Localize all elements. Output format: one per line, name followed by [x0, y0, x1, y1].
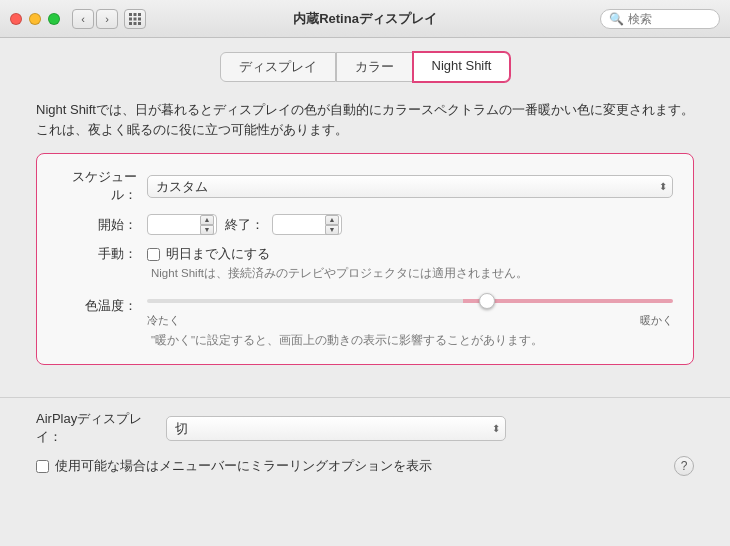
svg-rect-7 — [134, 22, 137, 25]
airplay-row: AirPlayディスプレイ： 切 入 ⬍ — [0, 410, 730, 456]
window-title: 内蔵Retinaディスプレイ — [293, 10, 437, 28]
manual-row: 手動： 明日まで入にする — [57, 245, 673, 263]
slider-container — [147, 291, 673, 311]
search-icon: 🔍 — [609, 12, 624, 26]
grid-button[interactable] — [124, 9, 146, 29]
airplay-select[interactable]: 切 入 — [166, 416, 506, 441]
end-time-input[interactable]: 7:00 — [279, 217, 321, 232]
titlebar: ‹ › 内蔵Retinaディスプレイ 🔍 — [0, 0, 730, 38]
svg-rect-0 — [129, 13, 132, 16]
schedule-select[interactable]: オフ 日の出から日の入りまで カスタム — [147, 175, 673, 198]
end-label: 終了： — [225, 216, 264, 234]
schedule-label: スケジュール： — [57, 168, 147, 204]
schedule-select-wrap: オフ 日の出から日の入りまで カスタム ⬍ — [147, 175, 673, 198]
nav-buttons: ‹ › — [72, 9, 118, 29]
start-time-stepper: ▲ ▼ — [200, 215, 214, 235]
airplay-label: AirPlayディスプレイ： — [36, 410, 166, 446]
start-time-down[interactable]: ▼ — [200, 225, 214, 235]
start-time-up[interactable]: ▲ — [200, 215, 214, 225]
tab-display[interactable]: ディスプレイ — [220, 52, 336, 82]
manual-label: 手動： — [57, 245, 147, 263]
slider-min-label: 冷たく — [147, 313, 180, 328]
manual-note: Night Shiftは、接続済みのテレビやプロジェクタには適用されません。 — [151, 265, 673, 281]
close-button[interactable] — [10, 13, 22, 25]
minimize-button[interactable] — [29, 13, 41, 25]
slider-note: "暖かく"に設定すると、画面上の動きの表示に影響することがあります。 — [151, 332, 673, 348]
svg-rect-3 — [129, 17, 132, 20]
tab-color[interactable]: カラー — [336, 52, 413, 82]
schedule-row: スケジュール： オフ 日の出から日の入りまで カスタム ⬍ — [57, 168, 673, 204]
tab-nightshift[interactable]: Night Shift — [413, 52, 511, 82]
mirror-checkbox[interactable] — [36, 460, 49, 473]
end-time-down[interactable]: ▼ — [325, 225, 339, 235]
description-text: Night Shiftでは、日が暮れるとディスプレイの色が自動的にカラースペクト… — [36, 100, 694, 139]
slider-max-label: 暖かく — [640, 313, 673, 328]
svg-rect-1 — [134, 13, 137, 16]
svg-rect-6 — [129, 22, 132, 25]
time-row: 開始： 22:00 ▲ ▼ 終了： 7:00 ▲ ▼ — [57, 214, 673, 235]
svg-rect-8 — [138, 22, 141, 25]
tab-bar: ディスプレイ カラー Night Shift — [0, 38, 730, 92]
time-fields: 22:00 ▲ ▼ 終了： 7:00 ▲ ▼ — [147, 214, 342, 235]
back-button[interactable]: ‹ — [72, 9, 94, 29]
svg-rect-5 — [138, 17, 141, 20]
slider-wrap: 冷たく 暖かく — [147, 291, 673, 328]
main-content: Night Shiftでは、日が暮れるとディスプレイの色が自動的にカラースペクト… — [0, 92, 730, 397]
traffic-lights — [10, 13, 60, 25]
start-time-input[interactable]: 22:00 — [154, 217, 196, 232]
forward-button[interactable]: › — [96, 9, 118, 29]
search-input[interactable] — [628, 12, 718, 26]
slider-labels: 冷たく 暖かく — [147, 313, 673, 328]
svg-rect-4 — [134, 17, 137, 20]
manual-checkbox-label: 明日まで入にする — [166, 245, 270, 263]
temp-slider[interactable] — [147, 299, 673, 303]
bottom-checkbox-wrap: 使用可能な場合はメニューバーにミラーリングオプションを表示 — [36, 457, 432, 475]
bottom-area: 使用可能な場合はメニューバーにミラーリングオプションを表示 ? — [0, 456, 730, 476]
temp-label: 色温度： — [57, 291, 147, 315]
svg-rect-2 — [138, 13, 141, 16]
start-time-wrap: 22:00 ▲ ▼ — [147, 214, 217, 235]
manual-checkbox[interactable] — [147, 248, 160, 261]
end-time-up[interactable]: ▲ — [325, 215, 339, 225]
settings-panel: スケジュール： オフ 日の出から日の入りまで カスタム ⬍ 開始： 22:00 … — [36, 153, 694, 365]
airplay-select-wrap: 切 入 ⬍ — [166, 416, 506, 441]
manual-checkbox-row: 明日まで入にする — [147, 245, 270, 263]
maximize-button[interactable] — [48, 13, 60, 25]
mirror-label: 使用可能な場合はメニューバーにミラーリングオプションを表示 — [55, 457, 432, 475]
temp-row: 色温度： 冷たく 暖かく — [57, 291, 673, 328]
end-time-stepper: ▲ ▼ — [325, 215, 339, 235]
search-box[interactable]: 🔍 — [600, 9, 720, 29]
divider — [0, 397, 730, 398]
end-time-wrap: 7:00 ▲ ▼ — [272, 214, 342, 235]
help-button[interactable]: ? — [674, 456, 694, 476]
start-label: 開始： — [57, 216, 147, 234]
